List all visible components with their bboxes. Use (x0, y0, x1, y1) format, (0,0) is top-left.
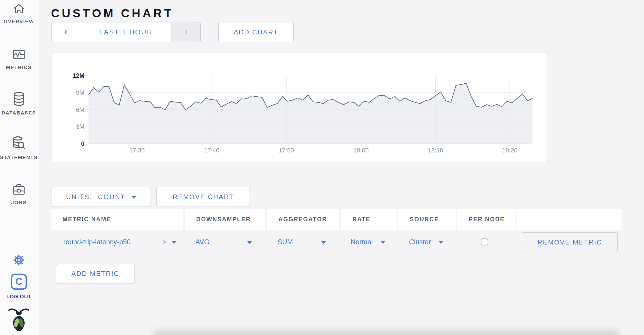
svg-text:17:40: 17:40 (204, 147, 219, 154)
custom-chart-page: OVERVIEW METRICS DATABASES (0, 0, 644, 335)
sidebar-item-label: JOBS (0, 200, 38, 205)
caret-down-icon (247, 241, 252, 244)
svg-text:3M: 3M (76, 123, 84, 130)
logout-label: LOG OUT (0, 294, 38, 300)
source-select[interactable]: Cluster (398, 231, 456, 252)
sidebar-item-settings[interactable] (0, 254, 38, 267)
svg-text:9M: 9M (76, 89, 84, 96)
column-header-aggregator: AGGREGATOR (267, 209, 339, 230)
column-header-actions (516, 209, 622, 230)
time-range-selector: ‹ LAST 1 HOUR › (51, 22, 201, 42)
sidebar-item-databases[interactable]: DATABASES (0, 92, 38, 116)
units-label: UNITS: (66, 193, 92, 201)
sidebar: OVERVIEW METRICS DATABASES (0, 0, 38, 335)
sidebar-item-label: DATABASES (0, 110, 38, 116)
svg-text:12M: 12M (72, 72, 84, 79)
database-search-icon (0, 136, 38, 152)
time-range-prev-button[interactable]: ‹ (52, 22, 80, 42)
column-header-source: SOURCE (398, 209, 456, 230)
rate-value: Normal (351, 238, 373, 246)
sidebar-item-metrics[interactable]: METRICS (0, 49, 38, 70)
column-header-metric-name: METRIC NAME (51, 209, 183, 230)
sidebar-item-label: METRICS (0, 65, 38, 70)
cockroach-bug-icon (0, 307, 38, 332)
page-title: CUSTOM CHART (51, 6, 174, 20)
svg-text:17:50: 17:50 (279, 147, 294, 154)
sidebar-item-logout[interactable]: C LOG OUT (0, 273, 38, 300)
svg-text:0: 0 (81, 140, 84, 147)
aggregator-value: SUM (278, 238, 293, 246)
caret-down-icon (171, 241, 177, 244)
source-value: Cluster (409, 238, 431, 246)
aggregator-select[interactable]: SUM (267, 231, 339, 252)
column-header-rate: RATE (341, 209, 397, 230)
cockroach-c-logo-icon: C (0, 273, 38, 291)
svg-text:18:10: 18:10 (428, 147, 443, 154)
column-header-downsampler: DOWNSAMPLER (185, 209, 265, 230)
downsampler-select[interactable]: AVG (185, 231, 265, 252)
metrics-graph-icon (0, 49, 38, 62)
timeseries-area-chart: 12M9M6M3M017:3017:4017:5018:0018:1018:20 (52, 53, 548, 163)
caret-down-icon (131, 196, 137, 199)
time-range-label[interactable]: LAST 1 HOUR (80, 22, 172, 42)
column-header-per-node: PER NODE (457, 209, 515, 230)
caret-down-icon (438, 241, 443, 244)
metric-name-select[interactable]: round-trip-latency-p50 × (51, 231, 183, 252)
sidebar-item-label: STATEMENTS (0, 155, 38, 160)
add-metric-button[interactable]: ADD METRIC (56, 264, 135, 284)
svg-text:6M: 6M (76, 106, 84, 113)
gear-icon (0, 254, 38, 267)
time-range-next-button[interactable]: › (172, 22, 200, 42)
svg-text:C: C (16, 276, 22, 287)
sidebar-brand[interactable] (0, 307, 38, 332)
per-node-checkbox[interactable] (481, 238, 488, 246)
database-icon (0, 92, 38, 107)
sidebar-item-jobs[interactable]: JOBS (0, 183, 38, 205)
remove-metric-button[interactable]: REMOVE METRIC (522, 232, 618, 252)
svg-text:18:20: 18:20 (502, 147, 517, 154)
units-value: COUNT (98, 193, 125, 201)
sidebar-item-overview[interactable]: OVERVIEW (0, 3, 38, 24)
remove-chart-button[interactable]: REMOVE CHART (156, 187, 250, 207)
sidebar-item-label: OVERVIEW (0, 19, 38, 24)
sidebar-item-statements[interactable]: STATEMENTS (0, 136, 38, 160)
custom-chart-panel: 12M9M6M3M017:3017:4017:5018:0018:1018:20 (51, 52, 547, 162)
svg-text:18:00: 18:00 (353, 147, 369, 154)
chevron-left-icon: ‹ (64, 26, 68, 37)
units-dropdown[interactable]: UNITS: COUNT (52, 187, 151, 207)
svg-text:17:30: 17:30 (129, 147, 145, 154)
caret-down-icon (321, 241, 326, 244)
home-icon (0, 3, 38, 16)
rate-select[interactable]: Normal (341, 231, 397, 252)
briefcase-icon (0, 183, 38, 197)
chevron-right-icon: › (184, 26, 188, 37)
add-chart-button[interactable]: ADD CHART (218, 22, 294, 42)
metric-name-value: round-trip-latency-p50 (63, 238, 131, 246)
caret-down-icon (380, 241, 386, 244)
downsampler-value: AVG (195, 238, 209, 246)
dock-shadow (153, 330, 620, 335)
clear-metric-icon[interactable]: × (162, 238, 167, 246)
